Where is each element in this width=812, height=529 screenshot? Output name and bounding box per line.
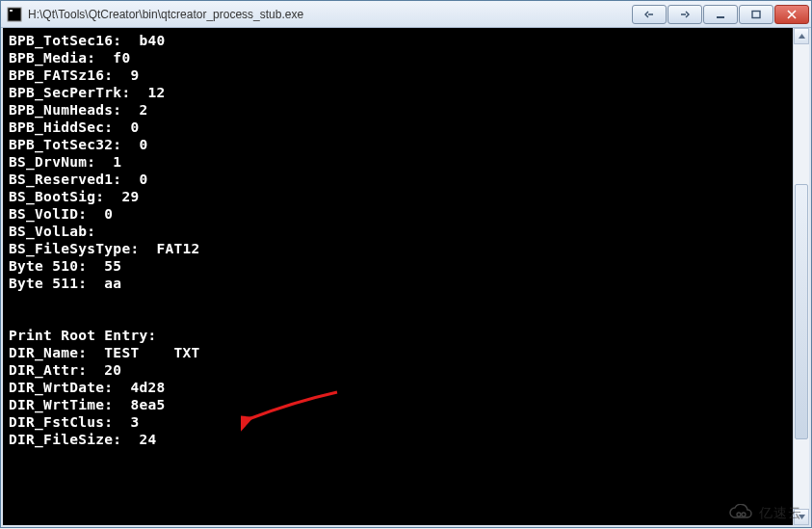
- scrollbar-track[interactable]: [794, 44, 809, 509]
- terminal-line: DIR_FstClus: 3: [9, 413, 787, 431]
- terminal-line: BPB_Media: f0: [9, 49, 787, 66]
- terminal-line: [9, 448, 787, 465]
- watermark-text: 亿速云: [759, 505, 802, 522]
- terminal-line: Byte 510: 55: [9, 257, 787, 275]
- terminal-line: BPB_NumHeads: 2: [9, 101, 787, 119]
- terminal-line: DIR_Attr: 20: [9, 361, 787, 379]
- terminal-line: BS_VolID: 0: [9, 205, 787, 223]
- app-icon: [7, 7, 22, 22]
- watermark-cloud-icon: [728, 504, 753, 523]
- terminal-line: BS_Reserved1: 0: [9, 171, 787, 188]
- scroll-up-button[interactable]: [794, 28, 809, 44]
- terminal-output[interactable]: BPB_TotSec16: b40BPB_Media: f0BPB_FATSz1…: [3, 28, 793, 525]
- client-area: BPB_TotSec16: b40BPB_Media: f0BPB_FATSz1…: [1, 28, 811, 527]
- vertical-scrollbar[interactable]: [793, 28, 809, 525]
- svg-point-5: [742, 513, 746, 516]
- terminal-line: DIR_FileSize: 24: [9, 431, 787, 448]
- terminal-line: BPB_SecPerTrk: 12: [9, 84, 787, 101]
- terminal-line: BS_DrvNum: 1: [9, 153, 787, 171]
- terminal-line: Byte 511: aa: [9, 275, 787, 292]
- console-window: H:\Qt\Tools\QtCreator\bin\qtcreator_proc…: [0, 0, 812, 528]
- terminal-line: [9, 292, 787, 309]
- minimize-button[interactable]: [703, 5, 738, 24]
- svg-rect-1: [10, 10, 13, 12]
- terminal-line: BS_VolLab:: [9, 223, 787, 240]
- svg-rect-3: [752, 11, 760, 17]
- terminal-line: DIR_WrtDate: 4d28: [9, 379, 787, 396]
- terminal-line: BPB_TotSec16: b40: [9, 32, 787, 49]
- maximize-button[interactable]: [739, 5, 773, 24]
- terminal-line: Print Root Entry:: [9, 327, 787, 344]
- svg-point-4: [737, 513, 741, 516]
- terminal-line: BS_BootSig: 29: [9, 188, 787, 205]
- svg-rect-2: [717, 16, 724, 18]
- terminal-line: DIR_Name: TEST TXT: [9, 344, 787, 361]
- watermark: 亿速云: [728, 504, 802, 523]
- terminal-line: BPB_FATSz16: 9: [9, 66, 787, 84]
- terminal-line: DIR_WrtTime: 8ea5: [9, 396, 787, 413]
- scrollbar-thumb[interactable]: [795, 184, 808, 439]
- terminal-line: BPB_HiddSec: 0: [9, 119, 787, 136]
- window-controls: [631, 5, 809, 24]
- terminal-line: BS_FileSysType: FAT12: [9, 240, 787, 257]
- terminal-line: [9, 309, 787, 327]
- titlebar[interactable]: H:\Qt\Tools\QtCreator\bin\qtcreator_proc…: [1, 1, 811, 28]
- window-title: H:\Qt\Tools\QtCreator\bin\qtcreator_proc…: [28, 8, 625, 21]
- tab-prev-button[interactable]: [632, 5, 667, 24]
- tab-next-button[interactable]: [668, 5, 702, 24]
- close-button[interactable]: [774, 5, 809, 24]
- terminal-line: BPB_TotSec32: 0: [9, 136, 787, 153]
